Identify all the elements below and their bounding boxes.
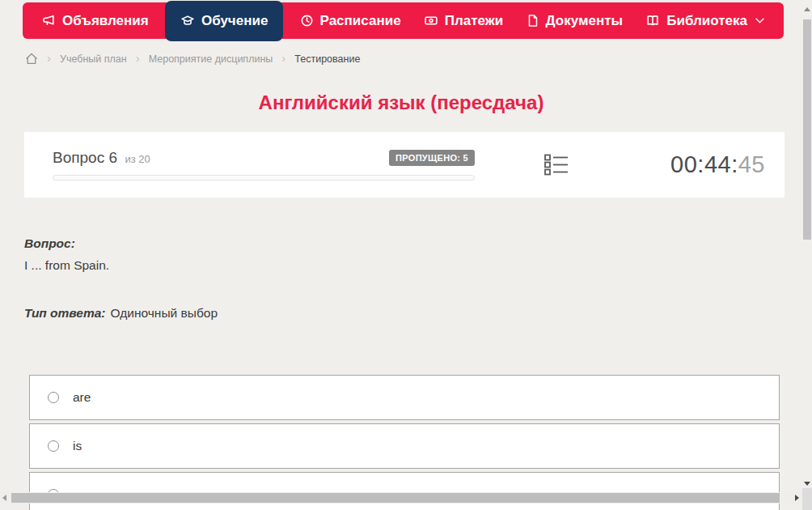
option-are[interactable]: are xyxy=(29,375,780,420)
radio-button-icon[interactable] xyxy=(48,440,59,452)
skipped-badge: ПРОПУЩЕНО: 5 xyxy=(389,150,475,166)
answer-type-label: Тип ответа: xyxy=(24,306,106,320)
home-icon[interactable] xyxy=(25,53,38,65)
breadcrumb-separator-icon: › xyxy=(136,52,140,64)
nav-item-label: Объявления xyxy=(62,13,149,29)
breadcrumb-item-discipline-event[interactable]: Мероприятие дисциплины xyxy=(149,53,273,65)
timer-main: 00:44: xyxy=(670,151,738,177)
scroll-right-arrow-icon[interactable] xyxy=(795,495,799,501)
nav-item-label: Документы xyxy=(546,13,624,29)
question-total: из 20 xyxy=(125,153,150,165)
breadcrumb-item-curriculum[interactable]: Учебный план xyxy=(60,53,127,65)
scroll-down-arrow-icon[interactable] xyxy=(804,482,810,486)
question-counter: Вопрос 6 из 20 xyxy=(53,149,150,167)
megaphone-icon xyxy=(42,14,56,28)
nav-item-documents[interactable]: Документы xyxy=(527,2,624,39)
answer-type-value: Одиночный выбор xyxy=(111,306,218,320)
progress-bar xyxy=(53,175,475,181)
timer-seconds: 45 xyxy=(738,151,765,177)
clock-icon xyxy=(300,14,314,28)
option-label: are xyxy=(73,390,91,405)
nav-item-label: Расписание xyxy=(320,13,401,29)
banknote-icon xyxy=(424,14,438,28)
scrollbar-corner xyxy=(802,488,812,510)
nav-item-label: Платежи xyxy=(445,13,504,29)
radio-button-icon[interactable] xyxy=(48,392,59,403)
nav-item-label: Обучение xyxy=(201,13,268,29)
chevron-down-icon xyxy=(755,18,764,23)
breadcrumb-separator-icon: › xyxy=(47,52,51,64)
graduation-cap-icon xyxy=(180,14,195,28)
nav-item-payments[interactable]: Платежи xyxy=(424,2,504,39)
question-label: Вопрос: xyxy=(24,236,109,251)
nav-item-schedule[interactable]: Расписание xyxy=(300,2,401,39)
answer-type-row: Тип ответа:Одиночный выбор xyxy=(24,306,218,321)
question-list-icon[interactable] xyxy=(544,154,569,176)
nav-item-label: Библиотека xyxy=(666,13,747,29)
scroll-up-arrow-icon[interactable] xyxy=(804,7,810,11)
nav-item-education[interactable]: Обучение xyxy=(165,1,283,41)
scroll-left-arrow-icon[interactable] xyxy=(2,495,6,501)
option-label: is xyxy=(73,439,82,453)
question-text: I ... from Spain. xyxy=(24,258,109,273)
top-navigation: Объявления Обучение Расписание Платежи Д… xyxy=(23,2,784,39)
question-body: Вопрос: I ... from Spain. xyxy=(24,236,109,273)
breadcrumb-item-testing: Тестирование xyxy=(294,53,360,65)
option-am[interactable]: am xyxy=(29,472,780,510)
vertical-scrollbar[interactable] xyxy=(802,0,812,491)
horizontal-scrollbar[interactable] xyxy=(0,492,802,504)
nav-item-library[interactable]: Библиотека xyxy=(645,2,764,39)
question-number: Вопрос 6 xyxy=(53,149,117,166)
question-panel: Вопрос 6 из 20 ПРОПУЩЕНО: 5 00:44:45 xyxy=(24,132,785,198)
question-progress-block: Вопрос 6 из 20 ПРОПУЩЕНО: 5 xyxy=(53,149,475,181)
nav-item-announcements[interactable]: Объявления xyxy=(42,2,149,39)
breadcrumb-separator-icon: › xyxy=(281,52,285,64)
timer: 00:44:45 xyxy=(670,151,765,178)
answer-options: are is am xyxy=(29,375,780,510)
page-title: Английский язык (пересдача) xyxy=(0,91,802,114)
vertical-scrollbar-thumb[interactable] xyxy=(803,19,811,240)
option-is[interactable]: is xyxy=(29,423,780,469)
document-icon xyxy=(527,14,539,28)
breadcrumb: › Учебный план › Мероприятие дисциплины … xyxy=(25,50,360,67)
horizontal-scrollbar-thumb[interactable] xyxy=(11,493,780,503)
book-icon xyxy=(645,14,660,28)
